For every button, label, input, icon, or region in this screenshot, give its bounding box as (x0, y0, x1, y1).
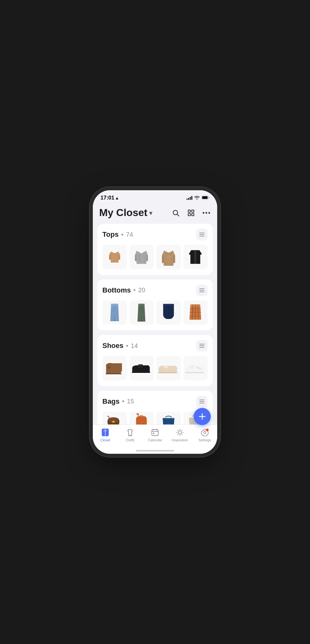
nav-item-inspiration[interactable]: Inspiration (167, 427, 192, 442)
svg-rect-1 (202, 196, 208, 199)
svg-rect-45 (138, 366, 143, 367)
svg-line-81 (178, 430, 178, 431)
settings-icon (200, 428, 209, 437)
bottoms-list-button[interactable] (196, 285, 208, 296)
svg-rect-15 (118, 255, 120, 259)
svg-line-3 (177, 214, 179, 216)
nav-item-outfit[interactable]: Outfit (118, 427, 143, 442)
svg-point-85 (204, 431, 206, 434)
bottoms-item-1[interactable] (102, 300, 127, 325)
closet-nav-label: Closet (100, 438, 110, 442)
calendar-icon (151, 428, 159, 437)
bottoms-grid (102, 300, 208, 325)
bottoms-item-3[interactable] (156, 300, 181, 325)
phone-frame: 17:01▲ (93, 190, 217, 454)
bags-item-3[interactable]: G (156, 412, 181, 425)
scroll-area[interactable]: Tops • 74 (93, 224, 217, 424)
header-actions (171, 208, 211, 217)
bags-list-button[interactable] (196, 396, 208, 407)
nav-item-settings[interactable]: Settings (192, 427, 217, 442)
bottoms-item-4[interactable] (183, 300, 208, 325)
svg-point-19 (139, 257, 140, 258)
tops-section: Tops • 74 (97, 224, 213, 275)
svg-rect-71 (152, 430, 158, 436)
tops-dot: • (121, 231, 123, 238)
shoes-item-1[interactable] (102, 356, 127, 380)
svg-line-82 (182, 434, 182, 435)
svg-point-76 (178, 431, 181, 434)
page-title[interactable]: My Closet ▾ (99, 207, 152, 219)
shoes-item-3[interactable] (156, 356, 181, 380)
inspiration-nav-label: Inspiration (172, 438, 188, 442)
shoes-title: Shoes • 14 (102, 342, 138, 350)
svg-rect-21 (162, 255, 164, 263)
svg-rect-53 (113, 421, 114, 422)
shoes-list-button[interactable] (196, 340, 208, 351)
svg-point-8 (203, 212, 204, 213)
tops-item-4[interactable] (183, 245, 208, 269)
tops-item-2[interactable] (129, 245, 154, 269)
bottoms-title: Bottoms • 20 (102, 286, 145, 294)
shoes-item-2[interactable] (129, 356, 154, 380)
bags-grid: G (102, 412, 208, 425)
search-button[interactable] (171, 208, 180, 217)
tops-list-button[interactable] (196, 229, 208, 240)
bags-item-2[interactable] (129, 412, 154, 425)
svg-rect-17 (146, 255, 148, 261)
add-item-fab[interactable] (194, 408, 211, 425)
bags-title: Bags • 15 (102, 397, 134, 406)
svg-text:G: G (168, 424, 169, 424)
wifi-icon (194, 195, 200, 201)
svg-rect-16 (135, 255, 137, 261)
settings-notification-dot (206, 429, 209, 431)
grid-view-button[interactable] (187, 208, 196, 217)
outfit-nav-label: Outfit (126, 438, 134, 442)
tops-header: Tops • 74 (102, 229, 208, 240)
svg-point-56 (141, 423, 142, 424)
svg-rect-6 (188, 213, 190, 216)
outfit-icon (126, 428, 135, 437)
tops-item-1[interactable] (102, 245, 127, 269)
app-header: My Closet ▾ (93, 203, 217, 224)
svg-rect-25 (195, 250, 196, 264)
svg-point-10 (209, 212, 210, 213)
svg-point-18 (139, 255, 140, 256)
svg-line-83 (182, 430, 182, 431)
svg-rect-46 (138, 365, 143, 366)
svg-rect-4 (188, 210, 190, 212)
svg-rect-75 (153, 433, 154, 434)
svg-rect-7 (192, 213, 194, 216)
nav-item-calendar[interactable]: Calendar (143, 427, 167, 442)
more-options-button[interactable] (202, 208, 211, 217)
bottoms-header: Bottoms • 20 (102, 285, 208, 296)
shoes-section: Shoes • 14 (97, 335, 213, 386)
svg-rect-5 (192, 210, 194, 212)
tops-title: Tops • 74 (102, 230, 133, 239)
bottom-nav: Closet Outfit (93, 424, 217, 447)
tops-item-3[interactable] (156, 245, 181, 269)
bags-item-1[interactable] (102, 412, 127, 425)
svg-rect-23 (167, 257, 168, 257)
svg-line-84 (178, 434, 178, 435)
shoes-header: Shoes • 14 (102, 340, 208, 351)
battery-icon (202, 195, 210, 201)
page-title-text: My Closet (99, 207, 147, 219)
shoes-item-4[interactable] (183, 356, 208, 380)
svg-point-44 (107, 366, 110, 369)
svg-point-20 (139, 260, 140, 261)
tops-grid (102, 245, 208, 269)
home-bar (136, 450, 174, 452)
svg-rect-14 (109, 255, 111, 259)
bottoms-item-2[interactable] (129, 300, 154, 325)
svg-rect-22 (173, 255, 175, 263)
nav-item-closet[interactable]: Closet (93, 427, 118, 442)
chevron-down-icon: ▾ (149, 210, 152, 217)
settings-nav-label: Settings (198, 438, 211, 442)
status-bar: 17:01▲ (93, 190, 217, 203)
bottoms-section: Bottoms • 20 (97, 279, 213, 331)
shoes-grid (102, 356, 208, 380)
calendar-nav-label: Calendar (148, 438, 162, 442)
svg-rect-59 (163, 418, 174, 419)
home-indicator (93, 447, 217, 454)
svg-point-9 (206, 212, 207, 213)
